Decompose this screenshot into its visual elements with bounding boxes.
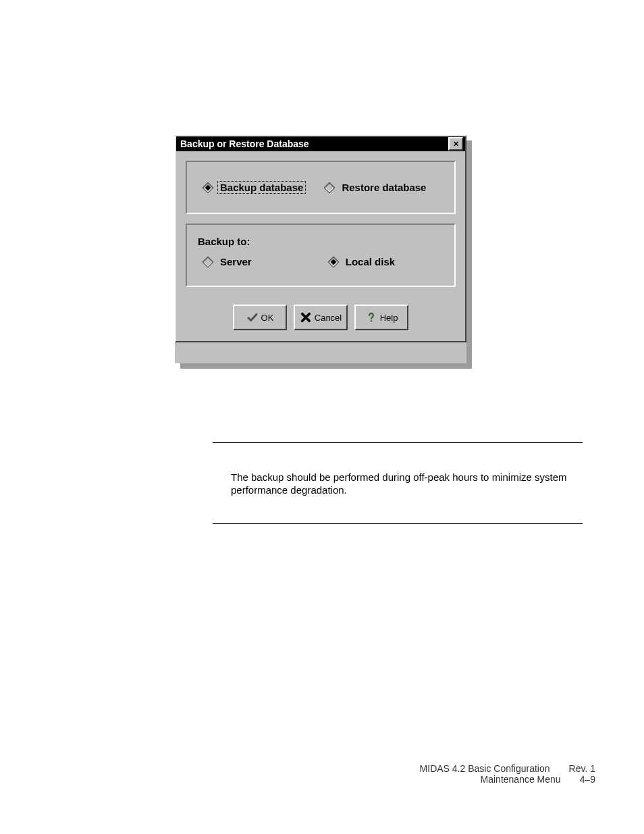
close-icon[interactable] xyxy=(448,137,463,151)
button-label: Cancel xyxy=(315,313,342,323)
dialog-body: Backup database Restore database Backup … xyxy=(176,151,465,341)
footer-revision: Rev. 1 xyxy=(569,763,595,774)
ok-button[interactable]: OK xyxy=(233,305,287,330)
radio-local-disk[interactable]: Local disk xyxy=(329,255,398,268)
button-label: OK xyxy=(261,313,274,323)
cancel-button[interactable]: Cancel xyxy=(294,305,348,330)
svg-point-0 xyxy=(370,320,371,321)
radio-label: Server xyxy=(217,255,254,268)
radio-label: Restore database xyxy=(339,181,429,194)
x-icon xyxy=(300,311,312,323)
check-icon xyxy=(246,311,259,323)
help-button[interactable]: Help xyxy=(354,305,408,330)
radio-server[interactable]: Server xyxy=(203,255,254,268)
button-row: OK Cancel Help xyxy=(186,296,456,334)
titlebar: Backup or Restore Database xyxy=(176,136,465,151)
radio-backup-database[interactable]: Backup database xyxy=(203,181,306,194)
diamond-icon xyxy=(325,183,334,192)
dialog-window: Backup or Restore Database Backup databa… xyxy=(175,135,466,363)
diamond-icon xyxy=(203,183,213,192)
destination-panel: Backup to: Server Local disk xyxy=(186,224,456,287)
operation-radio-row: Backup database Restore database xyxy=(195,169,446,206)
page-footer: MIDAS 4.2 Basic Configuration Rev. 1 Mai… xyxy=(420,763,595,785)
radio-restore-database[interactable]: Restore database xyxy=(325,181,429,194)
radio-label: Local disk xyxy=(343,255,398,268)
button-label: Help xyxy=(380,313,398,323)
footer-section: Maintenance Menu xyxy=(481,774,561,785)
destination-group-label: Backup to: xyxy=(198,236,444,247)
destination-radio-row: Server Local disk xyxy=(195,249,446,279)
question-icon xyxy=(365,311,377,323)
footer-page: 4–9 xyxy=(580,774,595,785)
diamond-icon xyxy=(329,257,338,267)
radio-label: Backup database xyxy=(217,181,306,194)
operation-panel: Backup database Restore database xyxy=(186,161,456,214)
dialog-title: Backup or Restore Database xyxy=(180,138,309,149)
dialog-frame: Backup or Restore Database Backup databa… xyxy=(175,135,466,342)
diamond-icon xyxy=(203,257,213,267)
note-rule-bottom xyxy=(213,523,583,524)
note-text: The backup should be performed during of… xyxy=(231,471,572,497)
note-rule-top xyxy=(213,442,583,443)
footer-doc-title: MIDAS 4.2 Basic Configuration xyxy=(420,763,550,774)
